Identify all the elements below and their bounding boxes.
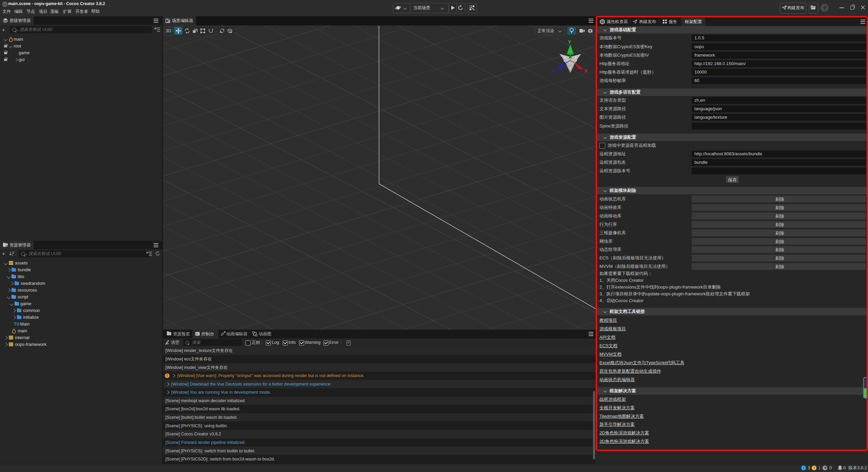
svg-text:Z: Z	[552, 68, 555, 74]
svg-text:Y: Y	[568, 39, 571, 45]
svg-text:X: X	[584, 68, 588, 74]
